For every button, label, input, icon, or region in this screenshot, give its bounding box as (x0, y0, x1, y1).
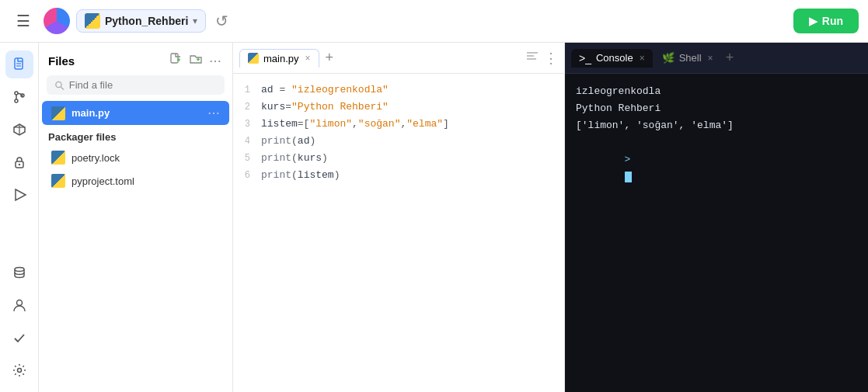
editor-tab-label: main.py (263, 53, 299, 64)
sidebar-item-user[interactable] (5, 291, 33, 319)
console-prompt-line: > (576, 134, 857, 203)
svg-point-12 (15, 268, 24, 272)
poetry-file-icon (51, 151, 65, 165)
svg-point-14 (17, 369, 21, 373)
sidebar-item-git[interactable] (5, 83, 33, 111)
svg-point-20 (56, 82, 61, 87)
lock-icon (12, 154, 27, 170)
logo-icon (44, 8, 70, 34)
files-header: Files ⋯ (39, 43, 232, 75)
line-number-1: 1 (239, 82, 261, 98)
pyproject-file-icon (51, 174, 65, 188)
editor-format-button[interactable] (525, 49, 539, 67)
shell-tab-close-icon[interactable]: × (708, 53, 713, 64)
file-name-poetry-lock: poetry.lock (71, 152, 220, 164)
code-line-1: 1 ad = "izleogrenkodla" (233, 82, 564, 99)
run-label: Run (822, 15, 843, 27)
sidebar-item-database[interactable] (5, 258, 33, 286)
line-number-6: 6 (239, 168, 261, 183)
shell-tab-icon: 🌿 (662, 52, 675, 64)
menu-button[interactable]: ☰ (9, 7, 37, 35)
file-item-poetry-lock[interactable]: poetry.lock (42, 146, 229, 169)
sidebar-item-files[interactable] (5, 50, 33, 78)
settings-icon (12, 363, 27, 378)
code-line-6: 6 print(listem) (233, 167, 564, 184)
chevron-down-icon: ▾ (193, 16, 197, 26)
console-tab-icon: >_ (579, 52, 591, 64)
check-icon (12, 330, 27, 345)
play-icon (12, 187, 27, 203)
database-icon (12, 265, 27, 280)
python-file-icon (51, 106, 65, 120)
console-tabs: >_ Console × 🌿 Shell × + (565, 43, 868, 74)
editor-more-button[interactable]: ⋮ (544, 50, 558, 67)
sidebar-item-check[interactable] (5, 324, 33, 352)
sidebar-item-packages[interactable] (5, 116, 33, 144)
file-name-main-py: main.py (71, 107, 201, 119)
packager-label: Packager files (39, 125, 232, 146)
console-tab-console[interactable]: >_ Console × (571, 49, 653, 68)
code-editor[interactable]: 1 ad = "izleogrenkodla" 2 kurs="Python R… (233, 74, 564, 392)
project-tab[interactable]: Python_Rehberi ▾ (76, 9, 206, 33)
editor-tab-add-button[interactable]: + (322, 50, 337, 66)
code-line-4: 4 print(ad) (233, 133, 564, 150)
more-files-button[interactable]: ⋯ (207, 50, 223, 71)
search-box (47, 75, 225, 95)
console-output-line-3: ['limon', 'soğan', 'elma'] (576, 117, 857, 134)
svg-rect-15 (171, 54, 178, 63)
svg-point-10 (18, 164, 19, 165)
project-name: Python_Rehberi (105, 15, 188, 27)
sidebar-item-debugger[interactable] (5, 181, 33, 209)
file-item-main-py[interactable]: main.py ⋯ (42, 101, 229, 125)
files-panel: Files ⋯ main.py ⋯ Packa (39, 43, 233, 392)
user-icon (12, 297, 27, 313)
code-line-5: 5 print(kurs) (233, 150, 564, 167)
editor-pane: main.py × + ⋮ 1 ad = "izleogrenkodla" 2 … (233, 43, 565, 392)
search-input[interactable] (69, 79, 217, 91)
history-icon[interactable]: ↺ (215, 12, 228, 30)
file-more-icon[interactable]: ⋯ (207, 106, 220, 120)
packages-icon (12, 122, 27, 137)
main-area: Files ⋯ main.py ⋯ Packa (0, 43, 868, 392)
sidebar-icons (0, 43, 39, 392)
editor-tabs: main.py × + ⋮ (233, 43, 564, 74)
search-icon (54, 80, 64, 91)
topbar: ☰ Python_Rehberi ▾ ↺ ▶ Run (0, 0, 868, 43)
editor-tab-actions: ⋮ (525, 49, 558, 67)
run-button[interactable]: ▶ Run (793, 9, 859, 33)
console-prompt-symbol: > (624, 154, 630, 165)
topbar-left: ☰ Python_Rehberi ▾ ↺ (9, 7, 786, 35)
console-tab-label: Console (596, 52, 633, 64)
console-output-line-2: Python Rehberi (576, 100, 857, 117)
shell-tab-label: Shell (679, 52, 702, 64)
line-number-2: 2 (239, 99, 261, 115)
line-number-3: 3 (239, 116, 261, 132)
svg-point-3 (15, 92, 18, 95)
svg-line-21 (61, 87, 64, 89)
line-number-5: 5 (239, 151, 261, 166)
code-line-3: 3 listem=["limon","soğan","elma"] (233, 116, 564, 133)
sidebar-item-settings[interactable] (5, 356, 33, 384)
editor-tab-close-icon[interactable]: × (305, 53, 311, 64)
files-actions: ⋯ (167, 50, 223, 71)
sidebar-item-secrets[interactable] (5, 148, 33, 176)
run-play-icon: ▶ (809, 15, 817, 27)
code-line-2: 2 kurs="Python Rehberi" (233, 99, 564, 116)
console-tab-shell[interactable]: 🌿 Shell × (654, 49, 721, 67)
console-tab-add-button[interactable]: + (723, 50, 737, 66)
console-tab-close-icon[interactable]: × (640, 53, 645, 64)
new-file-button[interactable] (167, 50, 184, 71)
new-folder-button[interactable] (187, 50, 204, 71)
console-cursor (625, 172, 632, 182)
console-output-line-1: izleogrenkodla (576, 83, 857, 100)
line-number-4: 4 (239, 134, 261, 149)
console-pane: >_ Console × 🌿 Shell × + izleogrenkodla … (565, 43, 868, 392)
file-item-pyproject-toml[interactable]: pyproject.toml (42, 169, 229, 193)
svg-point-13 (16, 300, 22, 306)
editor-tab-py-icon (248, 53, 259, 64)
file-icon (12, 57, 27, 72)
files-title: Files (48, 54, 162, 68)
console-output: izleogrenkodla Python Rehberi ['limon', … (565, 74, 868, 392)
editor-tab-main-py[interactable]: main.py × (239, 49, 319, 68)
svg-marker-11 (16, 189, 26, 200)
